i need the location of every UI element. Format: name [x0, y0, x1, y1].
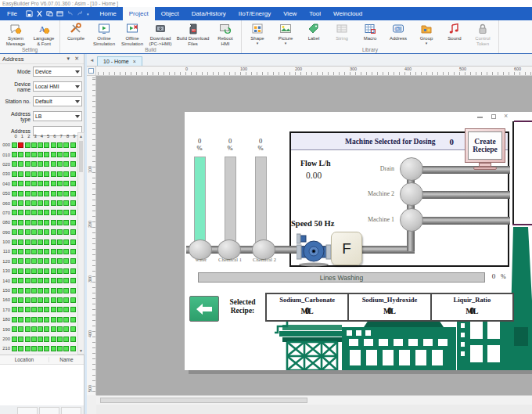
control-token-button[interactable]: Control Token	[469, 21, 497, 46]
bit-cell-050-7[interactable]	[57, 191, 63, 196]
menu-file[interactable]: File	[0, 7, 24, 20]
mode-select[interactable]: Device	[33, 67, 82, 77]
bit-cell-120-3[interactable]	[31, 258, 37, 264]
flow-meter-button[interactable]: F	[331, 232, 362, 265]
name-column-header[interactable]: Name	[49, 357, 84, 362]
bit-cell-000-8[interactable]	[63, 142, 69, 148]
picture-button[interactable]: Picture ▾	[271, 21, 300, 45]
bit-cell-140-1[interactable]	[18, 278, 23, 283]
menu-tool[interactable]: Tool	[303, 7, 327, 20]
menu-data-history[interactable]: Data/History	[185, 7, 232, 20]
bit-cell-040-7[interactable]	[57, 181, 63, 186]
bit-cell-060-0[interactable]	[12, 200, 17, 206]
create-recipe-button[interactable]: Create Reciepe	[465, 128, 505, 163]
bit-cell-170-3[interactable]	[31, 307, 37, 312]
bit-cell-200-0[interactable]	[12, 337, 17, 342]
bit-cell-150-7[interactable]	[57, 288, 63, 293]
scrollbar-thumb[interactable]	[79, 141, 83, 172]
bit-cell-130-3[interactable]	[31, 268, 37, 274]
bit-cell-160-6[interactable]	[51, 297, 56, 303]
bit-cell-010-4[interactable]	[38, 152, 43, 157]
bit-cell-100-0[interactable]	[12, 239, 17, 245]
build-download-files-button[interactable]: SD Build Download Files	[174, 21, 211, 46]
bit-cell-100-5[interactable]	[44, 239, 49, 245]
bit-cell-020-5[interactable]	[44, 161, 49, 167]
bit-cell-200-2[interactable]	[25, 337, 31, 342]
bit-cell-190-4[interactable]	[38, 326, 43, 332]
tab-scroll-left-icon[interactable]: ◄	[87, 55, 97, 66]
bit-cell-150-8[interactable]	[63, 288, 69, 293]
bit-cell-110-5[interactable]	[44, 249, 49, 254]
bit-cell-020-8[interactable]	[63, 161, 69, 167]
bit-cell-180-5[interactable]	[44, 317, 49, 322]
online-simulation-button[interactable]: Online Simulation	[90, 21, 118, 46]
bit-cell-190-3[interactable]	[31, 326, 37, 332]
bit-cell-210-3[interactable]	[31, 346, 37, 351]
bit-cell-170-8[interactable]	[63, 307, 69, 312]
group-dropdown-icon[interactable]: ▾	[426, 41, 428, 45]
bit-cell-030-1[interactable]	[18, 171, 23, 177]
bit-cell-110-7[interactable]	[57, 249, 63, 254]
bit-cell-070-2[interactable]	[25, 210, 31, 215]
bit-cell-080-8[interactable]	[63, 220, 69, 225]
bit-cell-090-8[interactable]	[63, 229, 69, 235]
bit-cell-140-7[interactable]	[57, 278, 63, 283]
bit-cell-070-3[interactable]	[31, 210, 37, 215]
bit-cell-200-9[interactable]	[70, 337, 76, 342]
bit-cell-100-9[interactable]	[70, 239, 76, 245]
bit-cell-040-3[interactable]	[31, 181, 37, 186]
bit-cell-030-4[interactable]	[38, 171, 43, 177]
bit-cell-180-1[interactable]	[18, 317, 23, 322]
scroll-down-icon[interactable]: ▼	[78, 348, 84, 353]
bit-cell-070-7[interactable]	[57, 210, 63, 215]
qat-more-icon[interactable]: ▾	[87, 12, 89, 16]
bit-cell-170-0[interactable]	[12, 307, 17, 312]
menu-project[interactable]: Project	[123, 7, 155, 20]
bit-cell-070-1[interactable]	[18, 210, 23, 215]
bit-cell-090-6[interactable]	[51, 229, 56, 235]
bit-cell-100-1[interactable]	[18, 239, 23, 245]
bit-cell-180-3[interactable]	[31, 317, 37, 322]
bit-cell-200-4[interactable]	[38, 337, 43, 342]
bit-cell-160-3[interactable]	[31, 297, 37, 303]
shape-button[interactable]: Shape ▾	[243, 21, 271, 45]
shape-dropdown-icon[interactable]: ▾	[257, 41, 259, 45]
tab-close-icon[interactable]: ×	[133, 59, 136, 64]
redo-icon[interactable]	[77, 10, 84, 17]
bit-cell-210-4[interactable]	[38, 346, 43, 351]
bit-cell-200-8[interactable]	[63, 337, 69, 342]
bit-cell-110-3[interactable]	[31, 249, 37, 254]
bit-cell-160-1[interactable]	[18, 297, 23, 303]
bit-cell-120-5[interactable]	[44, 258, 49, 264]
recipe-cell-sodium-hydroxide[interactable]: Sodium_Hydroxide 0ML	[349, 294, 431, 320]
bit-cell-210-8[interactable]	[63, 346, 69, 351]
bit-cell-010-5[interactable]	[44, 152, 49, 157]
label-button[interactable]: Label	[300, 21, 328, 41]
bit-cell-130-6[interactable]	[51, 268, 56, 274]
bit-cell-060-8[interactable]	[63, 200, 69, 206]
bit-cell-040-8[interactable]	[63, 181, 69, 186]
bit-cell-110-2[interactable]	[25, 249, 31, 254]
bit-cell-060-9[interactable]	[70, 200, 76, 206]
bit-cell-120-1[interactable]	[18, 258, 23, 264]
menu-iiot-energy[interactable]: IIoT/Energy	[232, 7, 277, 20]
bit-cell-010-9[interactable]	[70, 152, 76, 157]
bit-cell-080-5[interactable]	[44, 220, 49, 225]
bit-cell-150-4[interactable]	[38, 288, 43, 293]
window-icon[interactable]	[56, 10, 63, 17]
grid-scrollbar[interactable]: ▲ ▼	[77, 132, 84, 355]
bit-cell-140-0[interactable]	[12, 278, 17, 283]
bit-cell-000-7[interactable]	[57, 142, 63, 148]
bit-cell-160-8[interactable]	[63, 297, 69, 303]
bit-cell-150-0[interactable]	[12, 288, 17, 293]
compile-button[interactable]: Compile	[62, 21, 90, 41]
bit-cell-040-4[interactable]	[38, 181, 43, 186]
bit-cell-160-9[interactable]	[70, 297, 76, 303]
bit-cell-040-6[interactable]	[51, 181, 56, 186]
location-column-header[interactable]: Location	[0, 357, 49, 362]
bit-cell-080-4[interactable]	[38, 220, 43, 225]
bit-cell-200-1[interactable]	[18, 337, 23, 342]
bit-cell-140-6[interactable]	[51, 278, 56, 283]
bit-cell-030-7[interactable]	[57, 171, 63, 177]
chemical1-tank-bar[interactable]	[225, 157, 236, 247]
